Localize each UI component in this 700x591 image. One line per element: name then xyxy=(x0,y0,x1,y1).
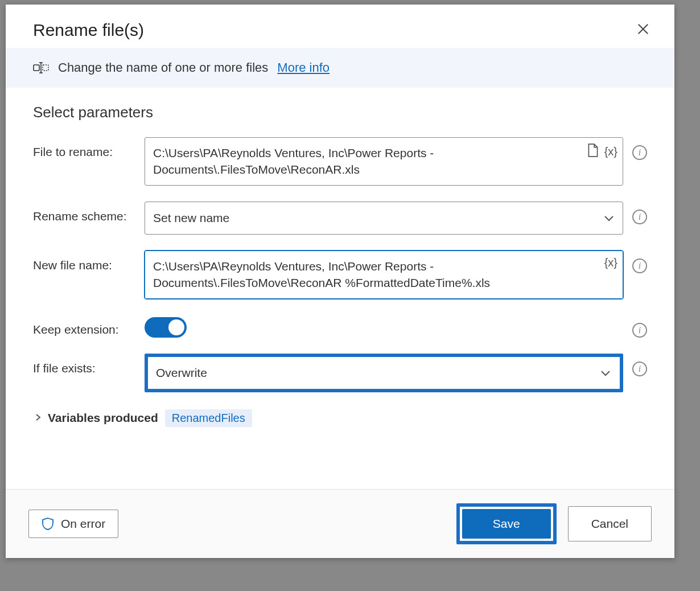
param-file-to-rename: File to rename: C:\Users\PA\Reynolds Ven… xyxy=(33,137,647,186)
on-error-button[interactable]: On error xyxy=(28,510,118,538)
toggle-knob xyxy=(168,319,184,335)
input-file-to-rename[interactable]: C:\Users\PA\Reynolds Ventures, Inc\Power… xyxy=(145,137,623,186)
chevron-down-icon xyxy=(604,215,614,221)
dialog-header: Rename file(s) xyxy=(6,5,674,48)
info-description: Change the name of one or more files xyxy=(58,60,268,75)
toggle-keep-extension[interactable] xyxy=(145,317,187,338)
section-heading: Select parameters xyxy=(33,104,647,121)
highlighted-save: Save xyxy=(456,503,557,544)
insert-variable-icon[interactable]: {x} xyxy=(604,145,617,158)
dialog-footer: On error Save Cancel xyxy=(6,489,674,558)
variable-tag[interactable]: RenamedFiles xyxy=(165,409,252,427)
variables-produced-label: Variables produced xyxy=(48,411,158,425)
info-strip: Change the name of one or more files Mor… xyxy=(6,48,674,88)
chevron-right-icon xyxy=(35,412,41,424)
param-new-file-name: New file name: C:\Users\PA\Reynolds Vent… xyxy=(33,251,647,299)
info-icon[interactable]: i xyxy=(632,145,647,160)
select-if-file-exists[interactable]: Overwrite xyxy=(148,357,620,389)
label-rename-scheme: Rename scheme: xyxy=(33,202,135,223)
svg-rect-2 xyxy=(34,65,39,71)
dialog-title: Rename file(s) xyxy=(33,20,144,40)
save-button[interactable]: Save xyxy=(462,509,551,539)
label-new-file-name: New file name: xyxy=(33,251,135,272)
rename-files-dialog: Rename file(s) Change the name of one or… xyxy=(6,5,674,558)
info-icon[interactable]: i xyxy=(632,323,647,338)
label-if-file-exists: If file exists: xyxy=(33,354,135,375)
on-error-label: On error xyxy=(61,517,105,531)
info-icon[interactable]: i xyxy=(632,362,647,376)
close-icon[interactable] xyxy=(633,22,653,39)
insert-variable-icon[interactable]: {x} xyxy=(604,256,617,269)
label-file-to-rename: File to rename: xyxy=(33,137,135,159)
chevron-down-icon xyxy=(600,370,611,376)
highlighted-if-file-exists: Overwrite xyxy=(145,354,623,392)
input-new-file-name[interactable]: C:\Users\PA\Reynolds Ventures, Inc\Power… xyxy=(145,251,623,299)
cancel-button[interactable]: Cancel xyxy=(568,506,652,541)
variables-produced[interactable]: Variables produced RenamedFiles xyxy=(33,409,647,427)
rename-icon xyxy=(33,61,49,74)
info-icon[interactable]: i xyxy=(632,258,647,273)
dialog-content: Select parameters File to rename: C:\Use… xyxy=(6,88,674,489)
more-info-link[interactable]: More info xyxy=(277,60,330,75)
param-keep-extension: Keep extension: i xyxy=(33,315,647,338)
svg-rect-3 xyxy=(43,65,48,71)
param-rename-scheme: Rename scheme: Set new name i xyxy=(33,202,647,235)
select-file-icon[interactable] xyxy=(586,143,600,160)
label-keep-extension: Keep extension: xyxy=(33,315,135,336)
info-icon[interactable]: i xyxy=(632,210,647,224)
select-rename-scheme[interactable]: Set new name xyxy=(145,202,623,235)
param-if-file-exists: If file exists: Overwrite i xyxy=(33,354,647,392)
shield-icon xyxy=(42,517,54,531)
